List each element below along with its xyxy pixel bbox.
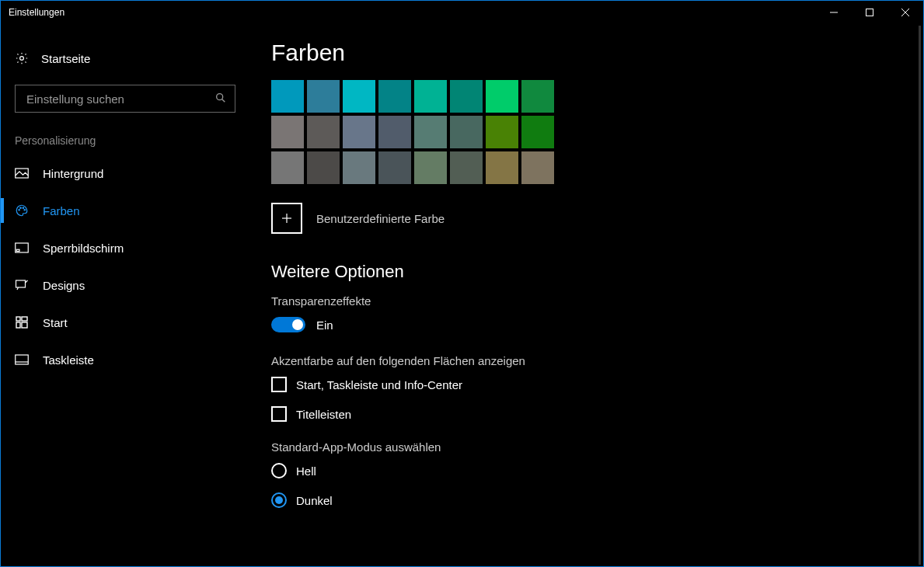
- color-swatch[interactable]: [450, 116, 483, 148]
- svg-rect-16: [22, 317, 27, 321]
- color-swatch[interactable]: [343, 116, 375, 148]
- sidebar-item-label: Start: [43, 316, 68, 329]
- checkbox-titlebars[interactable]: [271, 406, 287, 422]
- svg-point-9: [20, 207, 22, 209]
- svg-rect-15: [16, 317, 20, 321]
- color-swatch[interactable]: [271, 116, 304, 148]
- radio-dark-label: Dunkel: [296, 494, 333, 507]
- accent-surfaces-label: Akzentfarbe auf den folgenden Flächen an…: [271, 354, 923, 367]
- sidebar-item-label: Sperrbildschirm: [43, 242, 124, 255]
- gear-icon: [15, 51, 29, 65]
- svg-point-10: [23, 207, 24, 209]
- sidebar-item-background[interactable]: Hintergrund: [1, 155, 249, 192]
- sidebar-item-lockscreen[interactable]: Sperrbildschirm: [1, 229, 249, 266]
- search-input[interactable]: [15, 85, 235, 113]
- window-controls: [816, 1, 923, 24]
- sidebar-item-label: Taskleiste: [43, 353, 94, 367]
- color-swatch[interactable]: [307, 80, 340, 113]
- color-swatch[interactable]: [414, 151, 447, 184]
- svg-point-11: [24, 210, 26, 211]
- custom-color-button[interactable]: [271, 203, 302, 234]
- svg-rect-14: [16, 280, 26, 287]
- color-swatch[interactable]: [450, 80, 483, 113]
- color-swatch[interactable]: [378, 151, 411, 184]
- window-title: Einstellungen: [9, 7, 65, 18]
- svg-rect-13: [16, 249, 19, 251]
- sidebar-item-label: Designs: [43, 279, 85, 292]
- home-button[interactable]: Startseite: [1, 43, 249, 74]
- color-swatch[interactable]: [486, 80, 518, 113]
- svg-rect-1: [866, 9, 873, 16]
- lockscreen-icon: [15, 242, 29, 253]
- svg-line-6: [222, 99, 225, 102]
- app-mode-label: Standard-App-Modus auswählen: [271, 440, 923, 454]
- color-swatch[interactable]: [521, 116, 554, 148]
- sidebar-item-taskbar[interactable]: Taskleiste: [1, 341, 249, 378]
- radio-light-label: Hell: [296, 464, 316, 478]
- svg-rect-18: [22, 322, 27, 328]
- more-options-title: Weitere Optionen: [271, 262, 923, 282]
- sidebar-section-label: Personalisierung: [1, 113, 249, 155]
- color-swatch[interactable]: [378, 80, 411, 113]
- transparency-state: Ein: [316, 318, 333, 332]
- checkbox-start-taskbar[interactable]: [271, 377, 287, 392]
- svg-point-8: [19, 210, 20, 211]
- taskbar-icon: [15, 354, 29, 365]
- sidebar-item-label: Hintergrund: [43, 167, 103, 180]
- close-button[interactable]: [887, 1, 923, 24]
- transparency-toggle[interactable]: [271, 317, 305, 332]
- color-swatch[interactable]: [307, 151, 340, 184]
- sidebar-item-themes[interactable]: Designs: [1, 266, 249, 304]
- picture-icon: [15, 168, 29, 179]
- svg-point-5: [217, 93, 223, 99]
- color-swatch[interactable]: [378, 116, 411, 148]
- sidebar-item-label: Farben: [43, 204, 80, 217]
- color-swatch[interactable]: [450, 151, 483, 184]
- checkbox-start-taskbar-label: Start, Taskleiste und Info-Center: [296, 378, 462, 391]
- svg-point-4: [20, 57, 24, 61]
- color-swatch[interactable]: [521, 80, 554, 113]
- main-content: Farben Benutzerdefinierte Farbe Weitere …: [249, 24, 923, 566]
- scrollbar[interactable]: [919, 26, 921, 565]
- color-swatch[interactable]: [271, 80, 304, 113]
- svg-rect-17: [16, 322, 20, 328]
- search-icon: [214, 92, 227, 106]
- custom-color-label: Benutzerdefinierte Farbe: [316, 212, 445, 225]
- titlebar: Einstellungen: [1, 1, 923, 24]
- radio-light[interactable]: [271, 463, 287, 478]
- color-swatch[interactable]: [486, 151, 518, 184]
- color-swatch[interactable]: [271, 151, 304, 184]
- color-swatch[interactable]: [307, 116, 340, 148]
- sidebar-item-start[interactable]: Start: [1, 304, 249, 341]
- start-icon: [15, 316, 29, 329]
- color-swatch[interactable]: [414, 80, 447, 113]
- color-swatch[interactable]: [414, 116, 447, 148]
- home-label: Startseite: [41, 52, 90, 65]
- svg-rect-19: [16, 355, 29, 364]
- color-swatch[interactable]: [486, 116, 518, 148]
- search-field[interactable]: [25, 92, 214, 106]
- minimize-button[interactable]: [816, 1, 852, 24]
- page-title: Farben: [271, 40, 923, 66]
- brush-icon: [15, 278, 29, 292]
- color-swatch[interactable]: [343, 80, 375, 113]
- sidebar: Startseite Personalisierung Hintergrund …: [1, 24, 249, 566]
- checkbox-titlebars-label: Titelleisten: [296, 408, 351, 421]
- color-swatch[interactable]: [343, 151, 375, 184]
- maximize-button[interactable]: [852, 1, 887, 24]
- sidebar-item-colors[interactable]: Farben: [1, 192, 249, 229]
- radio-dark[interactable]: [271, 492, 287, 508]
- color-swatch-grid: [271, 80, 923, 184]
- transparency-label: Transparenzeffekte: [271, 294, 923, 308]
- palette-icon: [15, 203, 29, 217]
- color-swatch[interactable]: [521, 151, 554, 184]
